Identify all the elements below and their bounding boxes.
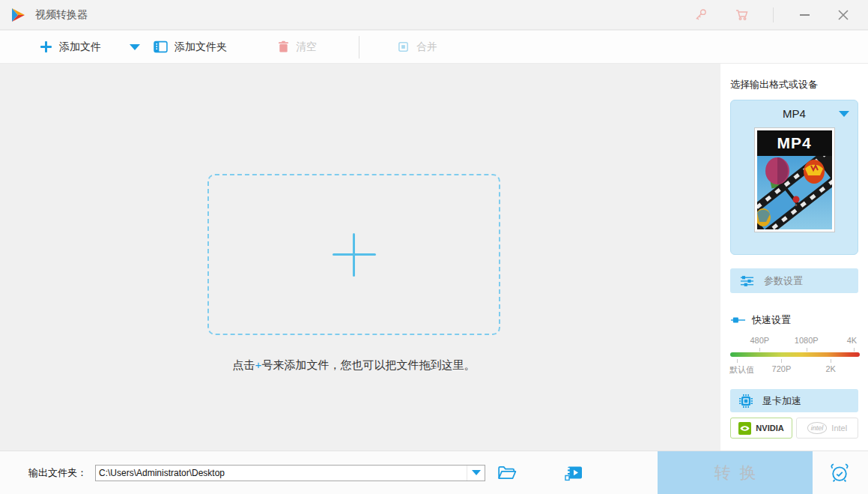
format-selected-label: MP4: [783, 107, 806, 120]
clear-button[interactable]: 清空: [278, 40, 317, 54]
nvidia-button[interactable]: NVIDIA: [730, 418, 792, 439]
key-icon: [694, 7, 708, 22]
gpu-acceleration-label: 显卡加速: [762, 394, 801, 408]
quality-slider-track[interactable]: [730, 352, 860, 357]
format-thumbnail-label: MP4: [757, 130, 832, 156]
chip-icon: [738, 394, 753, 409]
chevron-down-icon: [472, 470, 481, 475]
plus-icon: [40, 40, 52, 53]
merge-button[interactable]: 合并: [397, 40, 437, 54]
gpu-vendor-buttons: NVIDIA intel Intel: [730, 418, 858, 439]
alarm-clock-icon: [828, 462, 851, 484]
app-title: 视频转换器: [35, 8, 88, 22]
add-file-dropdown-button[interactable]: [130, 44, 140, 50]
preview-video-button[interactable]: [564, 465, 583, 481]
slider-tick: [759, 348, 760, 352]
drop-hint-text: 点击+号来添加文件，您也可以把文件拖到这里。: [0, 358, 708, 373]
open-folder-button[interactable]: [497, 465, 517, 481]
app-logo-icon: [9, 6, 27, 24]
film-play-icon: [564, 465, 583, 481]
output-sidebar: 选择输出格式或设备 MP4 MP4: [720, 64, 868, 451]
output-format-header: 选择输出格式或设备: [730, 78, 858, 91]
slider-label-720p: 720P: [772, 364, 792, 373]
output-folder-label: 输出文件夹：: [28, 466, 87, 480]
output-path-input[interactable]: [96, 466, 467, 481]
nvidia-label: NVIDIA: [756, 424, 783, 433]
intel-button[interactable]: intel Intel: [796, 418, 858, 439]
nvidia-logo-icon: [738, 422, 751, 435]
drop-zone[interactable]: [207, 174, 500, 335]
gpu-acceleration-button[interactable]: 显卡加速: [730, 389, 858, 412]
open-folder-icon: [497, 465, 517, 481]
output-path-combo: [95, 465, 485, 481]
slider-tick: [737, 359, 738, 363]
add-file-label: 添加文件: [59, 40, 101, 54]
quality-slider: 480P 1080P 4K 默认值 720P 2K: [730, 336, 858, 375]
app-window: 视频转换器: [0, 0, 868, 494]
slider-label-2k: 2K: [826, 364, 836, 373]
slider-tick: [807, 348, 807, 352]
format-panel: MP4 MP4: [730, 100, 858, 255]
slider-label-4k: 4K: [847, 336, 857, 345]
minimize-icon: [800, 14, 810, 16]
close-button[interactable]: [832, 5, 855, 25]
intel-logo-icon: intel: [807, 422, 828, 434]
parameter-settings-label: 参数设置: [764, 274, 803, 288]
intel-label: Intel: [831, 424, 847, 433]
slider-label-1080p: 1080P: [795, 336, 819, 345]
register-key-button[interactable]: [692, 7, 708, 23]
hint-prefix: 点击: [233, 358, 255, 371]
quick-settings-header: 快速设置: [730, 313, 858, 327]
titlebar-separator: [773, 7, 774, 22]
titlebar-controls: [692, 5, 859, 25]
merge-label: 合并: [416, 40, 437, 54]
add-file-button[interactable]: 添加文件: [40, 40, 101, 54]
add-folder-icon: [154, 40, 168, 53]
quick-settings-icon: [730, 316, 746, 324]
parameter-settings-button[interactable]: 参数设置: [730, 268, 858, 293]
convert-button[interactable]: 转换: [658, 451, 813, 494]
minimize-button[interactable]: [793, 5, 816, 25]
title-bar: 视频转换器: [0, 0, 868, 30]
slider-label-480p: 480P: [750, 336, 769, 345]
cart-icon: [735, 7, 750, 22]
plus-icon: [353, 233, 355, 277]
format-thumbnail-image: [757, 156, 832, 229]
toolbar: 添加文件 添加文件夹 清空: [0, 31, 868, 64]
quick-settings-label: 快速设置: [752, 313, 791, 327]
schedule-button[interactable]: [828, 462, 851, 484]
toolbar-separator: [359, 36, 359, 58]
format-select[interactable]: MP4: [731, 100, 858, 126]
close-icon: [838, 10, 849, 20]
slider-label-default: 默认值: [729, 364, 754, 376]
clear-label: 清空: [296, 40, 317, 54]
add-folder-label: 添加文件夹: [174, 40, 227, 54]
merge-icon: [397, 40, 410, 53]
output-path-dropdown-button[interactable]: [467, 466, 485, 481]
chevron-down-icon: [839, 111, 849, 117]
sliders-icon: [740, 275, 754, 287]
slider-tick: [831, 359, 831, 363]
file-list-area: 点击+号来添加文件，您也可以把文件拖到这里。: [0, 64, 720, 451]
trash-icon: [278, 40, 289, 53]
add-folder-button[interactable]: 添加文件夹: [154, 40, 227, 54]
hint-suffix: 号来添加文件，您也可以把文件拖到这里。: [261, 358, 475, 371]
slider-tick: [781, 359, 782, 363]
purchase-cart-button[interactable]: [734, 7, 750, 23]
format-thumbnail: MP4: [754, 127, 835, 232]
slider-tick: [854, 348, 855, 352]
bottom-bar: 输出文件夹： 转换: [0, 451, 868, 494]
chevron-down-icon: [130, 44, 140, 50]
